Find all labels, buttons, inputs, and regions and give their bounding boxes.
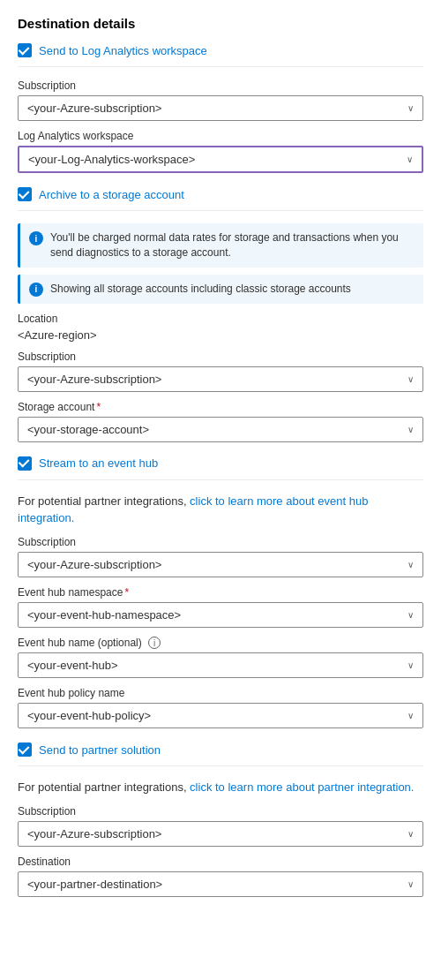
partner-solution-link[interactable]: click to learn more about partner integr…: [190, 780, 414, 794]
subscription-value-2: <your-Azure-subscription>: [27, 373, 161, 386]
subscription-value-1: <your-Azure-subscription>: [27, 102, 161, 115]
storage-account-value: <your-storage-account>: [27, 423, 149, 436]
info-box-1: i You'll be charged normal data rates fo…: [18, 223, 423, 268]
location-label: Location: [18, 313, 423, 325]
storage-account-label: Storage account*: [18, 401, 423, 413]
storage-checkbox-label: Archive to a storage account: [39, 188, 184, 201]
info-text-2: Showing all storage accounts including c…: [50, 282, 351, 297]
log-analytics-label: Send to Log Analytics workspace: [39, 44, 207, 57]
namespace-label: Event hub namespace*: [18, 586, 423, 599]
log-analytics-section: Send to Log Analytics workspace Subscrip…: [18, 43, 423, 173]
policy-label: Event hub policy name: [18, 687, 423, 699]
event-hub-section: Stream to an event hub For potential par…: [18, 456, 423, 729]
event-hub-name-value: <your-event-hub>: [27, 659, 118, 672]
policy-dropdown[interactable]: <your-event-hub-policy> ∨: [18, 703, 423, 728]
info-box-2: i Showing all storage accounts including…: [18, 275, 423, 304]
subscription-value-4: <your-Azure-subscription>: [27, 827, 161, 841]
log-analytics-checkbox[interactable]: [18, 43, 32, 57]
chevron-icon-7: ∨: [407, 660, 414, 670]
event-hub-checkbox[interactable]: [18, 456, 32, 471]
info-icon-2: i: [29, 283, 43, 297]
page-title: Destination details: [18, 16, 423, 31]
chevron-icon-6: ∨: [407, 610, 414, 620]
divider-3: [18, 479, 423, 480]
partner-solution-section: Send to partner solution For potential p…: [18, 743, 423, 897]
location-value: <Azure-region>: [18, 328, 423, 342]
chevron-icon-10: ∨: [407, 879, 414, 889]
chevron-icon-2: ∨: [407, 155, 413, 164]
workspace-value: <your-Log-Analytics-workspace>: [28, 153, 195, 166]
subscription-dropdown-3[interactable]: <your-Azure-subscription> ∨: [18, 552, 423, 577]
subscription-dropdown-4[interactable]: <your-Azure-subscription> ∨: [18, 821, 423, 847]
subscription-label-2: Subscription: [18, 351, 423, 363]
storage-checkbox-row[interactable]: Archive to a storage account: [18, 187, 423, 201]
destination-label: Destination: [18, 856, 423, 868]
namespace-value: <your-event-hub-namespace>: [27, 608, 181, 622]
destination-value: <your-partner-destination>: [27, 878, 162, 891]
chevron-icon-3: ∨: [407, 374, 414, 384]
chevron-icon-8: ∨: [407, 711, 414, 720]
chevron-icon-1: ∨: [407, 103, 414, 113]
divider-1: [18, 66, 423, 67]
storage-account-dropdown[interactable]: <your-storage-account> ∨: [18, 417, 423, 442]
namespace-dropdown[interactable]: <your-event-hub-namespace> ∨: [18, 602, 423, 628]
info-icon-1: i: [29, 231, 43, 245]
chevron-icon-4: ∨: [407, 425, 414, 434]
event-hub-label: Stream to an event hub: [39, 456, 158, 470]
subscription-label-4: Subscription: [18, 805, 423, 818]
event-hub-partner-text: For potential partner integrations, clic…: [18, 493, 423, 527]
subscription-dropdown-2[interactable]: <your-Azure-subscription> ∨: [18, 366, 423, 392]
partner-solution-text: For potential partner integrations, clic…: [18, 779, 423, 796]
namespace-required: *: [124, 586, 129, 599]
event-hub-name-info-icon[interactable]: i: [148, 637, 161, 649]
info-text-1: You'll be charged normal data rates for …: [50, 230, 415, 260]
policy-value: <your-event-hub-policy>: [27, 709, 151, 722]
workspace-label: Log Analytics workspace: [18, 130, 423, 142]
event-hub-checkbox-row[interactable]: Stream to an event hub: [18, 456, 423, 471]
storage-required: *: [96, 401, 101, 413]
divider-2: [18, 210, 423, 211]
subscription-value-3: <your-Azure-subscription>: [27, 558, 161, 571]
subscription-dropdown-1[interactable]: <your-Azure-subscription> ∨: [18, 95, 423, 121]
partner-solution-checkbox[interactable]: [18, 743, 32, 757]
destination-dropdown[interactable]: <your-partner-destination> ∨: [18, 871, 423, 897]
log-analytics-checkbox-row[interactable]: Send to Log Analytics workspace: [18, 43, 423, 57]
event-hub-name-dropdown[interactable]: <your-event-hub> ∨: [18, 652, 423, 678]
subscription-label-1: Subscription: [18, 79, 423, 92]
event-hub-name-label: Event hub name (optional) i: [18, 637, 423, 650]
storage-account-section: Archive to a storage account i You'll be…: [18, 187, 423, 442]
workspace-dropdown[interactable]: <your-Log-Analytics-workspace> ∨: [18, 146, 423, 173]
storage-checkbox[interactable]: [18, 187, 32, 201]
chevron-icon-5: ∨: [407, 560, 414, 569]
divider-4: [18, 765, 423, 766]
partner-solution-label: Send to partner solution: [39, 743, 161, 757]
partner-solution-checkbox-row[interactable]: Send to partner solution: [18, 743, 423, 757]
chevron-icon-9: ∨: [407, 829, 414, 839]
subscription-label-3: Subscription: [18, 536, 423, 548]
